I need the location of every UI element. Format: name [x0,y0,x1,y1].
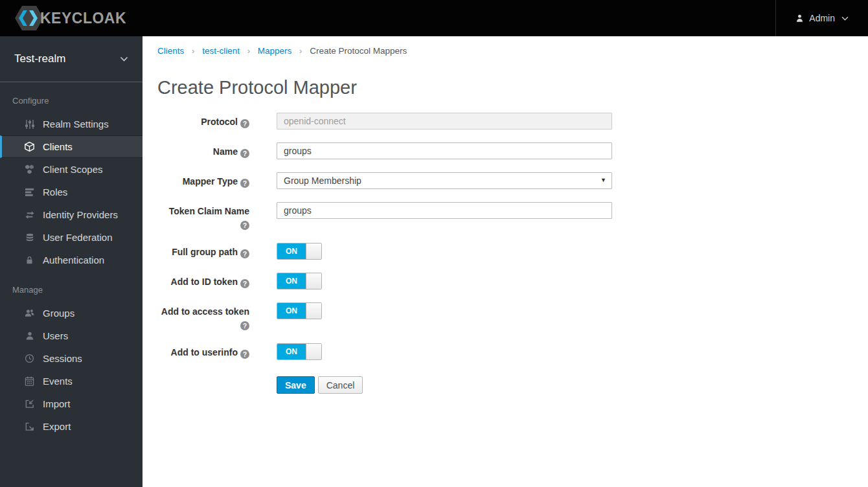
exchange-icon [24,209,35,220]
form-actions: Save Cancel [277,376,868,394]
sidebar-item-label: Roles [43,187,67,198]
calendar-icon [24,376,35,387]
realm-name: Test-realm [14,52,65,65]
sidebar-item-sessions[interactable]: Sessions [0,347,143,370]
form-row-add-to-access-token: Add to access token? ON [157,302,868,330]
toggle-handle [306,303,321,319]
token-claim-name-field[interactable] [277,202,612,219]
help-icon[interactable]: ? [240,119,249,128]
sidebar-item-identity-providers[interactable]: Identity Providers [0,203,143,226]
sidebar-item-label: Client Scopes [43,164,103,175]
add-to-userinfo-label: Add to userinfo? [157,343,249,360]
sliders-icon [24,119,35,130]
sidebar: Test-realm Configure Realm Settings Clie… [0,36,143,487]
admin-user-menu[interactable]: Admin [775,0,868,36]
token-claim-name-label: Token Claim Name? [157,202,249,230]
user-icon [795,14,804,23]
full-group-path-toggle[interactable]: ON [277,243,322,260]
name-field[interactable] [277,142,612,159]
sidebar-item-label: Groups [43,308,74,319]
sidebar-item-users[interactable]: Users [0,324,143,347]
chevron-right-icon: › [192,46,194,56]
name-label: Name? [157,142,249,159]
help-icon[interactable]: ? [240,321,249,330]
cubes-icon [24,164,35,175]
sidebar-item-label: Export [43,421,71,432]
create-protocol-mapper-form: Protocol? Name? Mapper Type? Group Membe… [157,113,868,394]
database-icon [24,232,35,243]
toggle-handle [306,244,321,259]
main-content: Clients › test-client › Mappers › Create… [143,36,868,487]
lock-icon [24,255,35,266]
sidebar-item-label: Clients [43,141,73,152]
help-icon[interactable]: ? [240,179,249,188]
help-icon[interactable]: ? [240,350,249,359]
form-row-full-group-path: Full group path? ON [157,243,868,260]
sidebar-item-clients[interactable]: Clients [0,135,143,158]
mapper-type-select[interactable]: Group Membership [277,172,612,189]
add-to-id-token-toggle[interactable]: ON [277,273,322,289]
sidebar-item-client-scopes[interactable]: Client Scopes [0,158,143,181]
sidebar-item-label: Users [43,330,68,341]
sidebar-item-label: Import [43,398,71,409]
add-to-access-token-toggle[interactable]: ON [277,302,322,319]
sidebar-item-roles[interactable]: Roles [0,181,143,203]
list-icon [24,187,35,198]
sidebar-item-label: Identity Providers [43,209,118,220]
page-title: Create Protocol Mapper [157,77,868,98]
form-row-add-to-userinfo: Add to userinfo? ON [157,343,868,360]
sidebar-item-realm-settings[interactable]: Realm Settings [0,113,143,135]
nav-section-configure: Configure [0,82,143,113]
breadcrumb-test-client[interactable]: test-client [202,46,240,56]
user-icon [24,330,35,341]
mapper-type-label: Mapper Type? [157,172,249,189]
form-row-mapper-type: Mapper Type? Group Membership ▼ [157,172,868,189]
help-icon[interactable]: ? [240,279,249,288]
toggle-handle [306,344,321,359]
keycloak-logo[interactable]: KEYCLOAK [0,5,126,31]
users-icon [24,308,35,319]
add-to-userinfo-toggle[interactable]: ON [277,343,322,360]
help-icon[interactable]: ? [240,149,249,158]
help-icon[interactable]: ? [240,249,249,258]
save-button[interactable]: Save [277,376,315,394]
export-icon [24,421,35,432]
cancel-button[interactable]: Cancel [318,376,363,394]
realm-selector[interactable]: Test-realm [0,36,143,82]
sidebar-item-authentication[interactable]: Authentication [0,249,143,271]
chevron-right-icon: › [247,46,250,56]
sidebar-item-user-federation[interactable]: User Federation [0,226,143,249]
nav-section-manage: Manage [0,271,143,302]
top-header: KEYCLOAK Admin [0,0,868,36]
sidebar-item-groups[interactable]: Groups [0,302,143,324]
help-icon[interactable]: ? [240,221,249,230]
add-to-access-token-label: Add to access token? [157,302,249,330]
chevron-right-icon: › [299,46,302,56]
form-row-name: Name? [157,142,868,159]
user-label: Admin [809,13,835,23]
protocol-label: Protocol? [157,113,249,130]
full-group-path-label: Full group path? [157,243,249,260]
sidebar-item-label: Realm Settings [43,119,109,130]
clock-icon [24,353,35,364]
chevron-down-icon [841,16,849,21]
sidebar-item-import[interactable]: Import [0,392,143,415]
sidebar-item-export[interactable]: Export [0,415,143,438]
sidebar-item-label: Authentication [43,255,104,266]
logo-text: KEYCLOAK [40,10,126,27]
breadcrumb-current: Create Protocol Mappers [310,46,407,56]
breadcrumb-mappers[interactable]: Mappers [258,46,292,56]
sidebar-item-events[interactable]: Events [0,370,143,392]
import-icon [24,398,35,409]
breadcrumb: Clients › test-client › Mappers › Create… [157,46,868,56]
cube-icon [24,141,35,152]
chevron-down-icon [120,56,128,62]
form-row-add-to-id-token: Add to ID token? ON [157,273,868,289]
form-row-token-claim-name: Token Claim Name? [157,202,868,230]
breadcrumb-clients[interactable]: Clients [157,46,184,56]
sidebar-item-label: Sessions [43,353,82,364]
protocol-field[interactable] [277,113,612,130]
toggle-handle [306,273,321,289]
sidebar-item-label: User Federation [43,232,113,243]
sidebar-item-label: Events [43,376,73,387]
